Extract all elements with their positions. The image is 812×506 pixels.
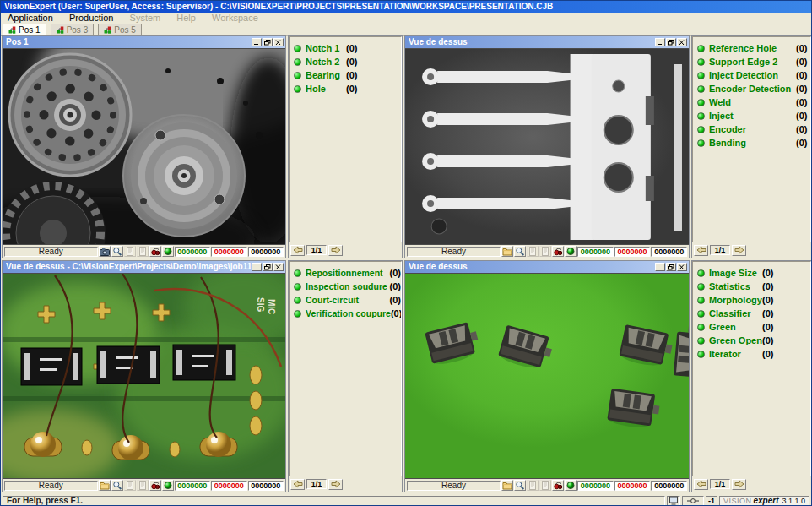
page-icon [540,247,550,256]
result-item[interactable]: Classifier(0) [697,307,810,320]
result-item[interactable]: Court-circuit(0) [294,293,401,307]
pos1-titlebar[interactable]: Pos 1 [3,36,285,48]
menu-application[interactable]: Application [1,13,60,24]
result-item[interactable]: Verification coupure(0) [294,307,401,320]
prev-page-button[interactable] [290,245,305,256]
result-item[interactable]: Image Size(0) [697,266,810,280]
next-page-button[interactable] [328,479,343,490]
result-item[interactable]: Green Open(0) [697,334,810,347]
result-item[interactable]: Support Edge 2(0) [697,55,810,68]
open-image-button[interactable] [501,246,513,257]
minimize-button[interactable] [655,38,665,46]
close-button[interactable] [677,38,687,46]
result-item[interactable]: Repositionnement(0) [294,266,401,280]
live-status-button[interactable] [162,480,174,491]
menu-help: Help [170,13,203,24]
tab-pos-1[interactable]: Pos 1 [3,24,46,35]
restore-button[interactable] [666,38,676,46]
live-status-button[interactable] [565,480,577,491]
brand-logo: VISIONexpert 3.1.1.0 [719,496,809,506]
menu-production[interactable]: Production [62,13,121,24]
result-item[interactable]: Encoder Detection(0) [697,82,810,95]
pass-counter: 0000000 [175,481,210,491]
zoom-button[interactable] [514,246,526,257]
app-version: 3.1.1.0 [782,497,805,505]
live-status-led-icon [566,481,576,490]
live-status-button[interactable] [162,246,174,257]
window-title: VisionExpert (User: SuperUser, Access: S… [4,2,553,11]
status-led-icon [697,283,705,291]
result-item[interactable]: Bearing(0) [294,68,401,82]
defect-marker-icon [553,247,563,256]
application-window: VisionExpert (User: SuperUser, Access: S… [0,0,812,506]
defect-marker-button[interactable] [552,246,564,257]
bottom-left-titlebar[interactable]: Vue de dessus - C:\VisionExpert\Projects… [3,261,285,273]
camera-status: Ready [407,481,501,491]
magnifier-icon [112,247,122,256]
live-status-button[interactable] [565,246,577,257]
page-indicator: 1/1 [306,479,327,489]
result-item[interactable]: Iterator(0) [697,347,810,361]
top-right-titlebar[interactable]: Vue de dessus [405,36,689,48]
close-button[interactable] [677,263,687,271]
image-panel-bottom-right: Vue de dessus [404,260,690,492]
open-image-button[interactable] [99,480,111,491]
image-panel-bottom-left: Vue de dessus - C:\VisionExpert\Projects… [2,260,286,492]
results-pager: 1/1 [692,242,811,258]
result-item[interactable]: Notch 2(0) [294,55,401,68]
zoom-button[interactable] [111,480,123,491]
zoom-button[interactable] [514,480,526,491]
results-pager: 1/1 [289,476,402,492]
results-pager: 1/1 [289,242,402,258]
result-item[interactable]: Inject(0) [697,109,810,122]
status-led-icon [697,310,705,318]
total-counter: 0000000 [651,247,687,257]
arrow-right-icon [331,246,341,254]
defect-marker-button[interactable] [149,480,161,491]
camera-grab-button[interactable] [99,246,111,257]
restore-button[interactable] [666,263,676,271]
minimize-button[interactable] [252,38,262,46]
connection-icon [687,497,699,505]
report2-button [539,480,551,491]
result-item[interactable]: Notch 1(0) [294,41,401,55]
tab-pos-3[interactable]: Pos 3 [51,24,95,35]
prev-page-button[interactable] [694,245,708,256]
next-page-button[interactable] [328,245,343,256]
result-item[interactable]: Morphology(0) [697,293,810,307]
result-item[interactable]: Reference Hole(0) [697,41,810,55]
pos1-statusbar: Ready 0000000 0000000 0000000 [3,245,285,258]
result-item[interactable]: Green(0) [697,320,810,334]
minimize-button[interactable] [655,263,665,271]
defect-marker-button[interactable] [552,480,564,491]
open-image-button[interactable] [501,480,513,491]
minimize-button[interactable] [252,263,262,271]
bottom-left-title: Vue de dessus - C:\VisionExpert\Projects… [6,261,251,273]
status-led-icon [697,45,705,52]
defect-marker-button[interactable] [149,246,161,257]
prev-page-button[interactable] [694,479,708,490]
status-led-icon [697,139,705,147]
zoom-button[interactable] [111,246,123,257]
restore-button[interactable] [263,38,273,46]
results-panel-top-right: Reference Hole(0) Support Edge 2(0) Inje… [691,35,812,258]
close-button[interactable] [273,263,284,271]
fail-counter: 0000000 [614,247,651,257]
result-item[interactable]: Weld(0) [697,95,810,109]
tab-pos-5[interactable]: Pos 5 [98,24,142,35]
result-item[interactable]: Statistics(0) [697,280,810,293]
restore-button[interactable] [263,263,273,271]
next-page-button[interactable] [732,245,746,256]
result-item[interactable]: Inject Detection(0) [697,68,810,82]
result-item[interactable]: Bending(0) [697,136,810,150]
prev-page-button[interactable] [290,479,305,490]
page-indicator: 1/1 [306,245,327,255]
result-item[interactable]: Hole(0) [294,82,401,95]
results-list: Image Size(0) Statistics(0) Morphology(0… [692,261,811,476]
bottom-right-titlebar[interactable]: Vue de dessus [405,261,689,273]
window-titlebar[interactable]: VisionExpert (User: SuperUser, Access: S… [1,1,811,13]
close-button[interactable] [273,38,284,46]
result-item[interactable]: Encoder(0) [697,122,810,136]
result-item[interactable]: Inspection soudure(0) [294,280,401,293]
next-page-button[interactable] [732,479,746,490]
